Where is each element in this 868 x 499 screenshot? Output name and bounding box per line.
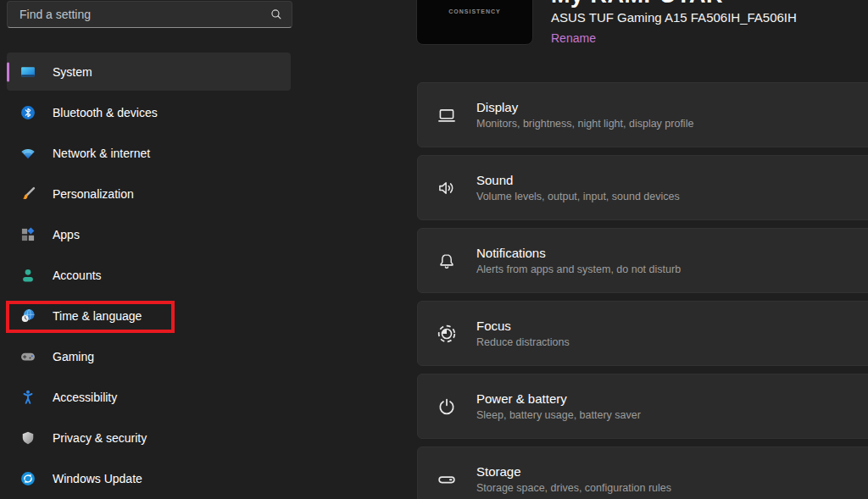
card-subtitle: Storage space, drives, configuration rul… xyxy=(476,482,671,494)
display-icon xyxy=(436,104,458,126)
bluetooth-icon xyxy=(19,104,36,121)
card-subtitle: Sleep, battery usage, battery saver xyxy=(476,409,641,421)
sidebar-item-label: Accounts xyxy=(53,269,102,282)
network-icon xyxy=(19,145,36,162)
card-title: Power & battery xyxy=(476,391,641,406)
sidebar-item-label: Gaming xyxy=(53,350,94,363)
card-subtitle: Alerts from apps and system, do not dist… xyxy=(476,263,681,275)
sidebar-item-label: Windows Update xyxy=(53,472,142,485)
card-subtitle: Reduce distractions xyxy=(476,336,570,348)
sidebar-item-label: Privacy & security xyxy=(53,431,147,445)
sidebar-item-label: Apps xyxy=(53,228,80,241)
power-icon xyxy=(436,396,458,418)
device-name: My RAMPUTAR xyxy=(551,0,723,8)
sidebar-item-accounts[interactable]: Accounts xyxy=(7,256,291,294)
personalization-icon xyxy=(19,186,36,202)
privacy-icon xyxy=(19,430,36,446)
system-icon xyxy=(19,64,36,80)
settings-card-sound[interactable]: Sound Volume levels, output, input, soun… xyxy=(417,155,868,220)
sidebar-item-time-language[interactable]: Time & language xyxy=(7,297,291,335)
settings-card-focus[interactable]: Focus Reduce distractions xyxy=(417,301,868,366)
sidebar-item-label: Time & language xyxy=(53,309,142,323)
storage-icon xyxy=(436,469,458,491)
settings-card-notifications[interactable]: Notifications Alerts from apps and syste… xyxy=(417,228,868,293)
windows-update-icon xyxy=(19,470,36,487)
sidebar-item-privacy-security[interactable]: Privacy & security xyxy=(7,419,291,457)
sidebar-item-gaming[interactable]: Gaming xyxy=(7,337,291,375)
rename-link[interactable]: Rename xyxy=(551,31,596,45)
settings-card-power-battery[interactable]: Power & battery Sleep, battery usage, ba… xyxy=(417,374,868,439)
apps-icon xyxy=(19,226,36,243)
search-icon xyxy=(270,8,282,20)
focus-icon xyxy=(436,323,458,345)
sidebar-item-network-internet[interactable]: Network & internet xyxy=(7,134,291,172)
card-title: Notifications xyxy=(476,246,681,260)
settings-card-display[interactable]: Display Monitors, brightness, night ligh… xyxy=(417,82,868,147)
card-subtitle: Volume levels, output, input, sound devi… xyxy=(476,191,680,202)
settings-card-storage[interactable]: Storage Storage space, drives, configura… xyxy=(417,446,868,499)
sidebar-item-label: Personalization xyxy=(53,187,134,201)
sidebar-item-accessibility[interactable]: Accessibility xyxy=(7,378,291,416)
sidebar-item-windows-update[interactable]: Windows Update xyxy=(7,459,291,497)
card-title: Sound xyxy=(476,173,680,187)
card-title: Storage xyxy=(476,464,671,479)
card-subtitle: Monitors, brightness, night light, displ… xyxy=(476,118,693,130)
card-title: Display xyxy=(476,100,693,114)
time-language-icon xyxy=(19,308,36,324)
sidebar-item-apps[interactable]: Apps xyxy=(7,215,291,253)
sidebar-item-personalization[interactable]: Personalization xyxy=(7,175,291,213)
search-input[interactable] xyxy=(19,8,270,21)
accessibility-icon xyxy=(19,389,36,406)
device-thumbnail-wallpaper-text: CONSISTENCY xyxy=(417,8,532,14)
sidebar-item-label: Network & internet xyxy=(53,147,150,160)
sidebar-item-label: Bluetooth & devices xyxy=(53,106,158,119)
sidebar-item-label: System xyxy=(53,65,92,79)
settings-window: System Bluetooth & devices Network & int… xyxy=(0,0,868,499)
sidebar-item-label: Accessibility xyxy=(53,391,117,404)
sound-icon xyxy=(436,177,458,199)
search-box[interactable] xyxy=(7,1,292,28)
settings-card-list: Display Monitors, brightness, night ligh… xyxy=(417,82,868,499)
notifications-icon xyxy=(436,250,458,272)
card-title: Focus xyxy=(476,319,570,333)
sidebar-item-system[interactable]: System xyxy=(7,53,291,91)
accounts-icon xyxy=(19,267,36,284)
sidebar-item-bluetooth-devices[interactable]: Bluetooth & devices xyxy=(7,93,291,131)
device-thumbnail: CONSISTENCY xyxy=(416,0,533,45)
selected-indicator-pill xyxy=(7,62,9,81)
device-model: ASUS TUF Gaming A15 FA506IH_FA506IH xyxy=(551,10,797,25)
gaming-icon xyxy=(19,348,36,365)
sidebar-nav: System Bluetooth & devices Network & int… xyxy=(7,53,291,499)
